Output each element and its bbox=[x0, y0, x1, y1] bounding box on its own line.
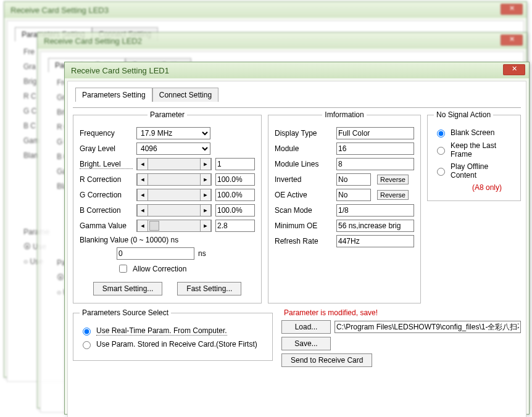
left-arrow-icon[interactable]: ◄ bbox=[137, 174, 148, 185]
module-lines-field[interactable] bbox=[336, 158, 414, 170]
titlebar-led1[interactable]: Receive Card Setting LED1 ✕ bbox=[65, 62, 529, 78]
stub: Use bbox=[33, 242, 46, 251]
scan-mode-label: Scan Mode bbox=[275, 206, 333, 215]
right-arrow-icon[interactable]: ► bbox=[200, 205, 211, 216]
radio-keep-frame[interactable]: Keep the Last Frame bbox=[434, 141, 514, 159]
left-arrow-icon[interactable]: ◄ bbox=[137, 220, 148, 231]
r-slider[interactable]: ◄► bbox=[136, 173, 212, 186]
r-correction-label: R Correction bbox=[80, 175, 133, 184]
right-arrow-icon[interactable]: ► bbox=[200, 189, 211, 200]
allow-correction-checkbox[interactable] bbox=[119, 265, 127, 273]
min-oe-field[interactable] bbox=[336, 220, 414, 232]
bright-slider[interactable]: ◄► bbox=[136, 158, 212, 170]
tab-parameters[interactable]: Parameters Setting bbox=[15, 27, 92, 41]
right-arrow-icon[interactable]: ► bbox=[200, 174, 211, 185]
stub: Fre bbox=[23, 47, 518, 56]
allow-correction-label: Allow Correction bbox=[133, 265, 186, 273]
send-button[interactable]: Send to Receive Card bbox=[281, 353, 372, 367]
close-icon[interactable]: ✕ bbox=[501, 35, 523, 46]
tab-bar: Parameters Setting Connect Setting bbox=[75, 88, 521, 102]
gray-level-select[interactable]: 4096 bbox=[136, 142, 210, 155]
tab-connect[interactable]: Connect Setting bbox=[92, 27, 158, 41]
close-icon[interactable]: ✕ bbox=[503, 64, 525, 75]
module-label: Module bbox=[275, 144, 333, 153]
b-correction-label: B Correction bbox=[80, 206, 133, 215]
inverted-reverse-button[interactable]: Reverse bbox=[377, 175, 409, 184]
tab-bar: Parameters Setting Connect Setting bbox=[15, 27, 518, 41]
radio-stored[interactable]: Use Param. Stored in Receive Card.(Store… bbox=[80, 339, 266, 349]
information-legend: Imformation bbox=[322, 110, 366, 119]
load-button[interactable]: Load... bbox=[281, 320, 331, 334]
gamma-value[interactable] bbox=[215, 220, 255, 232]
refresh-rate-field[interactable] bbox=[336, 235, 414, 247]
blanking-label: Blanking Value (0 ~ 10000) ns bbox=[80, 236, 255, 244]
title-led2: Receive Card Setting LED2 bbox=[44, 36, 142, 46]
scan-mode-field[interactable] bbox=[336, 204, 414, 217]
title-led1: Receive Card Setting LED1 bbox=[71, 66, 169, 75]
save-button[interactable]: Save... bbox=[281, 337, 331, 350]
inverted-label: Inverted bbox=[275, 175, 333, 184]
frequency-select[interactable]: 17.9 MHz bbox=[136, 127, 210, 139]
tab-connect[interactable]: Connect Setting bbox=[152, 88, 218, 102]
parameter-group: Parameter Frequency 17.9 MHz Gray Level … bbox=[73, 110, 262, 303]
no-signal-legend: No Signal Action bbox=[434, 110, 493, 119]
display-type-label: Display Type bbox=[275, 129, 333, 138]
b-slider[interactable]: ◄► bbox=[136, 204, 212, 217]
g-correction-label: G Correction bbox=[80, 191, 133, 199]
oe-active-field[interactable] bbox=[336, 189, 371, 201]
information-group: Imformation Display Type Module Module L… bbox=[268, 110, 421, 303]
bright-level-label: Bright. Level bbox=[80, 160, 133, 169]
fast-setting-button[interactable]: Fast Setting... bbox=[177, 282, 241, 295]
module-lines-label: Module Lines bbox=[275, 160, 333, 168]
stub: Use bbox=[30, 257, 43, 266]
gamma-slider[interactable]: ◄► bbox=[136, 220, 212, 232]
min-oe-label: Minimum OE bbox=[275, 221, 333, 230]
module-field[interactable] bbox=[336, 142, 414, 155]
frequency-label: Frequency bbox=[80, 129, 133, 138]
gamma-label: Gamma Value bbox=[80, 221, 133, 230]
a8-note: (A8 only) bbox=[472, 183, 514, 192]
display-type-field[interactable] bbox=[336, 127, 414, 139]
close-icon[interactable]: ✕ bbox=[501, 4, 523, 15]
oe-reverse-button[interactable]: Reverse bbox=[377, 190, 409, 200]
refresh-rate-label: Refresh Rate bbox=[275, 237, 333, 246]
right-arrow-icon[interactable]: ► bbox=[200, 220, 211, 231]
radio-realtime[interactable]: Use Real-Time Param. From Computer. bbox=[80, 326, 266, 336]
title-led3: Receive Card Setting LED3 bbox=[10, 6, 109, 15]
titlebar-led2: Receive Card Setting LED2 ✕ bbox=[38, 33, 526, 49]
b-value[interactable] bbox=[215, 204, 255, 217]
g-slider[interactable]: ◄► bbox=[136, 189, 212, 201]
tab-parameters[interactable]: Parameters Setting bbox=[75, 88, 152, 102]
bright-value[interactable] bbox=[215, 158, 255, 170]
g-value[interactable] bbox=[215, 189, 255, 201]
right-arrow-icon[interactable]: ► bbox=[200, 159, 211, 170]
modified-warning: Parameter is modified, save! bbox=[284, 308, 521, 317]
titlebar-led3: Receive Card Setting LED3 ✕ bbox=[4, 2, 526, 18]
left-arrow-icon[interactable]: ◄ bbox=[137, 205, 148, 216]
no-signal-group: No Signal Action Blank Screen Keep the L… bbox=[427, 110, 521, 201]
blanking-unit: ns bbox=[198, 249, 206, 258]
parameter-legend: Parameter bbox=[148, 110, 187, 119]
gray-level-label: Gray Level bbox=[80, 144, 133, 153]
config-path-input[interactable] bbox=[335, 321, 521, 333]
left-arrow-icon[interactable]: ◄ bbox=[137, 189, 148, 200]
window-led1: Receive Card Setting LED1 ✕ Parameters S… bbox=[64, 62, 530, 415]
left-arrow-icon[interactable]: ◄ bbox=[137, 159, 148, 170]
radio-play-offline[interactable]: Play Offline Content bbox=[434, 162, 514, 180]
inverted-field[interactable] bbox=[336, 173, 371, 186]
radio-blank-screen[interactable]: Blank Screen bbox=[434, 128, 514, 138]
param-source-legend: Parameters Source Select bbox=[80, 308, 171, 317]
smart-setting-button[interactable]: Smart Setting... bbox=[93, 282, 163, 295]
blanking-input[interactable] bbox=[117, 247, 194, 260]
oe-active-label: OE Active bbox=[275, 191, 333, 199]
r-value[interactable] bbox=[215, 173, 255, 186]
param-source-group: Parameters Source Select Use Real-Time P… bbox=[73, 308, 273, 361]
